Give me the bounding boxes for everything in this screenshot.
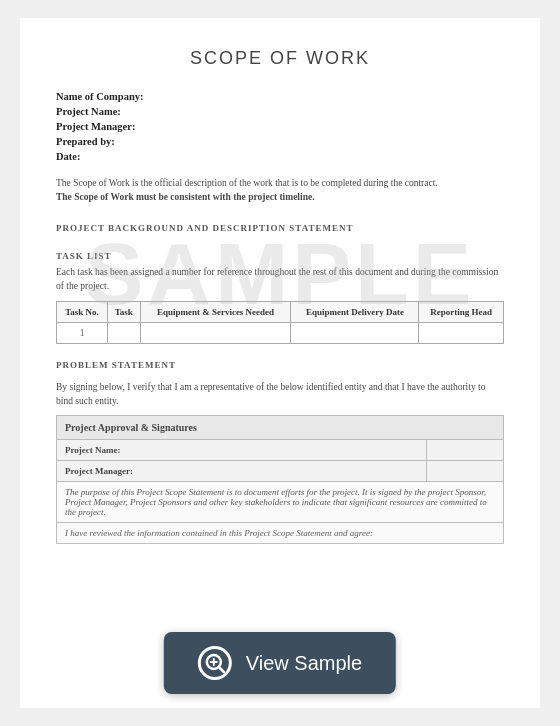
intro-line2: The Scope of Work must be consistent wit… (56, 192, 315, 202)
signature-manager-label: Project Manager: (57, 460, 427, 481)
signature-manager-value (426, 460, 503, 481)
field-date: Date: (56, 151, 504, 162)
field-prepared-by-label: Prepared by: (56, 136, 115, 147)
cell-task (108, 323, 141, 344)
field-project-name-label: Project Name: (56, 106, 121, 117)
field-prepared-by: Prepared by: (56, 136, 504, 147)
signature-purpose-row: The purpose of this Project Scope Statem… (57, 481, 504, 522)
cell-reporting-head (419, 323, 504, 344)
field-project-manager-label: Project Manager: (56, 121, 135, 132)
document-page: SAMPLE SCOPE OF WORK Name of Company: Pr… (20, 18, 540, 708)
signature-table: Project Approval & Signatures Project Na… (56, 415, 504, 544)
cell-equipment-delivery (291, 323, 419, 344)
intro-text: The Scope of Work is the official descri… (56, 176, 504, 205)
signature-table-title-row: Project Approval & Signatures (57, 415, 504, 439)
signature-manager-row: Project Manager: (57, 460, 504, 481)
field-date-label: Date: (56, 151, 81, 162)
signature-project-name-label: Project Name: (57, 439, 427, 460)
signature-agree-row: I have reviewed the information containe… (57, 522, 504, 543)
page-title: SCOPE OF WORK (56, 48, 504, 69)
view-sample-button[interactable]: View Sample (164, 632, 396, 694)
view-sample-icon (198, 646, 232, 680)
col-equipment-services: Equipment & Services Needed (140, 302, 291, 323)
field-project-manager: Project Manager: (56, 121, 504, 132)
intro-line1: The Scope of Work is the official descri… (56, 178, 438, 188)
view-sample-label: View Sample (246, 652, 362, 675)
svg-line-3 (219, 668, 224, 673)
col-reporting-head: Reporting Head (419, 302, 504, 323)
signature-project-name-value (426, 439, 503, 460)
signature-table-title: Project Approval & Signatures (57, 415, 504, 439)
col-task: Task (108, 302, 141, 323)
field-company-label: Name of Company: (56, 91, 144, 102)
section1-heading: PROJECT BACKGROUND AND DESCRIPTION STATE… (56, 223, 504, 233)
cell-equipment-services (140, 323, 291, 344)
section2-body: Each task has been assigned a number for… (56, 265, 504, 294)
task-table: Task No. Task Equipment & Services Neede… (56, 301, 504, 344)
field-project-name: Project Name: (56, 106, 504, 117)
section3-heading: PROBLEM STATEMENT (56, 360, 504, 370)
section2-heading: TASK LIST (56, 251, 504, 261)
cell-task-no: 1 (57, 323, 108, 344)
fields-section: Name of Company: Project Name: Project M… (56, 91, 504, 162)
col-equipment-delivery: Equipment Delivery Date (291, 302, 419, 323)
field-company: Name of Company: (56, 91, 504, 102)
signature-purpose-text: The purpose of this Project Scope Statem… (57, 481, 504, 522)
section3-body: By signing below, I verify that I am a r… (56, 380, 504, 409)
table-row: 1 (57, 323, 504, 344)
magnifier-plus-icon (204, 652, 226, 674)
signature-agree-text: I have reviewed the information containe… (57, 522, 504, 543)
signature-project-name-row: Project Name: (57, 439, 504, 460)
col-task-no: Task No. (57, 302, 108, 323)
